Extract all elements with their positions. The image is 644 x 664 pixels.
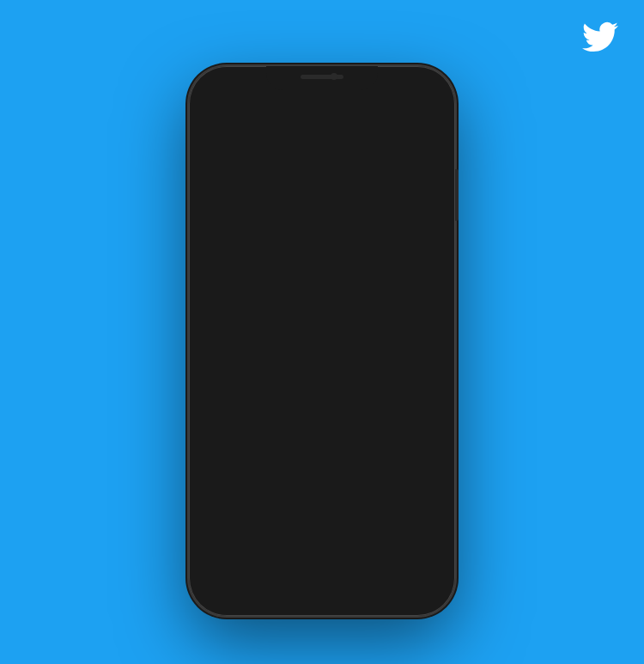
tab-likes[interactable]: Likes (393, 300, 450, 332)
tweet-author-row: Business Account @Business... · 1h ··· (251, 362, 436, 394)
pinned-label: Pinned Tweet (225, 340, 288, 352)
tweet-handle: @Business... (367, 363, 428, 375)
avatar-person-icon (223, 159, 254, 196)
tweet-more-button[interactable]: ··· (423, 381, 436, 394)
profile-name: Business Accoun (208, 230, 337, 248)
status-time: 9:41 (211, 87, 234, 100)
tweet-content: Business Account @Business... · 1h ··· T… (251, 362, 436, 488)
profile-tabs: Tweets Tweets & Replies Media Likes (194, 300, 450, 333)
message-button[interactable] (331, 185, 361, 214)
tweet-author-name: Business Account (251, 363, 348, 376)
tweet-feed: 📌 Pinned Tweet Business Account (194, 333, 450, 495)
notification-button[interactable]: + (295, 185, 325, 214)
battery-icon (416, 89, 433, 98)
tweet-text: Thank you for all of your support! (251, 397, 436, 412)
follow-button[interactable]: Follow (368, 186, 436, 212)
pinned-header: 📌 Pinned Tweet (194, 333, 450, 356)
tab-tweets[interactable]: Tweets (194, 300, 251, 332)
avatar (208, 143, 270, 205)
gold-verified-badge (342, 224, 373, 255)
status-icons (380, 87, 433, 100)
followers-stat: 1.2M Followers (295, 278, 371, 291)
profile-info: + Follow Business Accoun (194, 178, 450, 291)
status-bar: 9:41 (194, 71, 450, 109)
svg-text:+: + (312, 192, 314, 197)
tab-tweets-replies[interactable]: Tweets & Replies (251, 300, 337, 332)
signal-icon (380, 89, 393, 98)
more-options-button[interactable]: ••• (410, 131, 436, 156)
tweet-avatar (208, 362, 242, 397)
phone-device: 9:41 ← (189, 66, 455, 616)
twitter-logo-icon (582, 19, 618, 63)
following-stat: 1.6K Following (208, 278, 282, 291)
tweet-verified-badge (351, 362, 363, 377)
pin-icon: 📌 (208, 340, 220, 351)
profile-handle: @BusinessAccount (208, 257, 436, 270)
wifi-icon (398, 87, 411, 100)
tweet-media (251, 419, 436, 488)
tweet-time: · 1h (251, 381, 268, 393)
tab-media[interactable]: Media (337, 300, 393, 332)
phone-screen: 9:41 ← (194, 71, 450, 611)
tweet-row: Business Account @Business... · 1h ··· T… (194, 356, 450, 495)
profile-name-row: Business Accoun (208, 224, 436, 255)
follow-stats: 1.6K Following 1.2M Followers (208, 278, 436, 291)
